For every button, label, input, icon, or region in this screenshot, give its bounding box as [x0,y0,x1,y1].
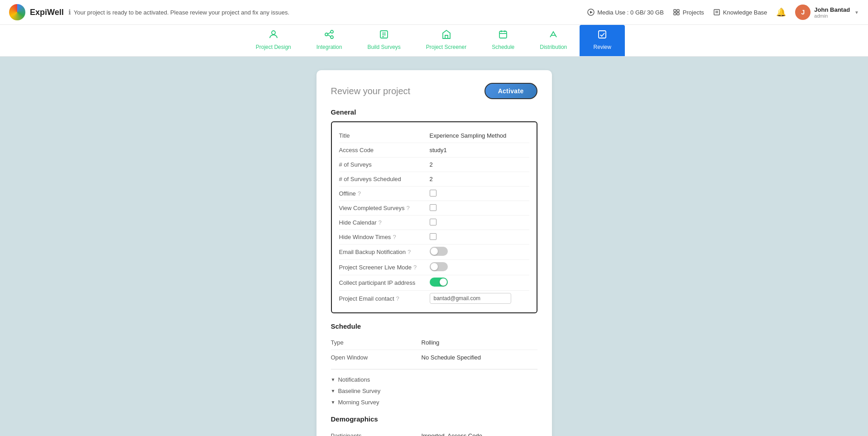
tab-integration[interactable]: Integration [304,25,355,56]
project-design-icon [269,29,278,42]
review-icon [597,29,607,42]
projects-label: Projects [683,9,704,16]
projects-icon [673,9,680,16]
tab-distribution[interactable]: Distribution [527,25,580,56]
avatar: J [795,5,810,20]
field-schedule-type-value: Rolling [422,339,537,346]
topbar-right: Media Use : 0 GB/ 30 GB Projects Knowled… [587,5,859,20]
field-open-window: Open Window No Schedule Specified [331,350,537,364]
morning-survey-label: Morning Survey [338,399,379,406]
schedule-icon [498,29,508,42]
svg-point-11 [331,30,333,33]
field-num-surveys-value: 2 [430,161,529,168]
projects-link[interactable]: Projects [673,9,704,16]
field-email-contact: Project Email contact ? [339,291,529,306]
screener-live-help-icon[interactable]: ? [413,264,417,271]
distribution-label: Distribution [540,44,567,50]
morning-survey-collapsible[interactable]: ▼ Morning Survey [331,397,537,408]
knowledge-base-icon [713,9,720,16]
topbar-left: ExpiWell ℹ Your project is ready to be a… [9,4,289,20]
field-screener-live-mode-value [430,262,529,273]
user-name-block: John Bantad admin [814,6,850,19]
tab-build-surveys[interactable]: Build Surveys [355,25,413,56]
field-screener-live-mode-label: Project Screener Live Mode ? [339,264,430,271]
notifications-collapsible[interactable]: ▼ Notifications [331,374,537,385]
field-offline-value [430,190,529,198]
tab-project-design[interactable]: Project Design [243,25,304,56]
email-contact-help-icon[interactable]: ? [396,295,399,302]
integration-label: Integration [317,44,342,50]
svg-rect-2 [674,10,676,12]
field-title-label: Title [339,132,430,139]
field-collect-ip: Collect participant IP address [339,275,529,291]
field-hide-calendar: Hide Calendar ? [339,216,529,230]
bell-icon[interactable]: 🔔 [776,7,786,17]
field-view-completed-value [430,204,529,212]
baseline-survey-collapsible[interactable]: ▼ Baseline Survey [331,385,537,397]
email-contact-input[interactable] [430,293,511,304]
field-hide-calendar-value [430,219,529,227]
field-hide-window-times: Hide Window Times ? [339,230,529,244]
user-info[interactable]: J John Bantad admin ▼ [795,5,859,20]
morning-chevron-icon: ▼ [331,400,336,405]
hide-window-times-checkbox[interactable] [430,233,436,240]
main-content: Review your project Activate General Tit… [0,57,868,436]
media-use-link[interactable]: Media Use : 0 GB/ 30 GB [587,9,664,16]
email-backup-toggle[interactable] [430,247,448,256]
tab-schedule[interactable]: Schedule [479,25,527,56]
svg-rect-4 [674,13,676,15]
review-header: Review your project Activate [331,83,537,99]
field-participants: Participants Imported, Access Code [331,428,537,436]
general-box: Title Experience Sampling Method Access … [331,121,537,313]
knowledge-base-label: Knowledge Base [723,9,767,16]
field-open-window-value: No Schedule Specified [422,354,537,361]
svg-rect-20 [499,31,507,38]
field-title-value: Experience Sampling Method [430,132,529,139]
field-access-code-value: study1 [430,147,529,153]
review-title: Review your project [331,86,411,96]
svg-marker-19 [443,30,450,38]
user-name: John Bantad [814,6,850,13]
general-section-title: General [331,108,537,116]
field-offline-label: Offline ? [339,190,430,197]
schedule-section: Schedule Type Rolling Open Window No Sch… [331,322,537,408]
field-num-surveys-label: # of Surveys [339,161,430,168]
tab-project-screener[interactable]: Project Screener [413,25,479,56]
baseline-survey-label: Baseline Survey [338,388,380,394]
field-schedule-type: Type Rolling [331,335,537,350]
field-hide-window-times-label: Hide Window Times ? [339,234,430,240]
hide-calendar-help-icon[interactable]: ? [379,219,382,226]
field-participants-label: Participants [331,432,422,436]
project-screener-icon [441,29,451,42]
svg-point-12 [331,36,333,38]
svg-rect-5 [677,13,679,15]
offline-help-icon[interactable]: ? [358,190,361,197]
project-design-label: Project Design [256,44,291,50]
hide-calendar-checkbox[interactable] [430,219,436,225]
field-title: Title Experience Sampling Method [339,129,529,143]
tab-review[interactable]: Review [580,25,625,56]
build-surveys-icon [379,29,389,42]
view-completed-checkbox[interactable] [430,204,436,211]
baseline-chevron-icon: ▼ [331,388,336,393]
field-surveys-scheduled-value: 2 [430,176,529,182]
review-card: Review your project Activate General Tit… [317,70,552,436]
knowledge-base-link[interactable]: Knowledge Base [713,9,767,16]
user-role: admin [814,13,850,19]
screener-live-toggle[interactable] [430,262,448,271]
activate-button[interactable]: Activate [484,83,537,99]
field-participants-value: Imported, Access Code [422,432,537,436]
field-email-backup: Email Backup Notification ? [339,244,529,260]
svg-line-13 [328,33,331,34]
svg-line-14 [328,35,331,37]
topbar: ExpiWell ℹ Your project is ready to be a… [0,0,868,25]
offline-checkbox[interactable] [430,190,436,196]
view-completed-help-icon[interactable]: ? [407,205,410,211]
email-backup-help-icon[interactable]: ? [408,249,411,255]
svg-point-9 [272,31,275,34]
field-collect-ip-value [430,278,529,288]
topbar-notice: ℹ Your project is ready to be activated.… [68,8,289,16]
collect-ip-toggle[interactable] [430,278,448,287]
hide-window-times-help-icon[interactable]: ? [393,234,396,240]
field-email-backup-value [430,247,529,257]
